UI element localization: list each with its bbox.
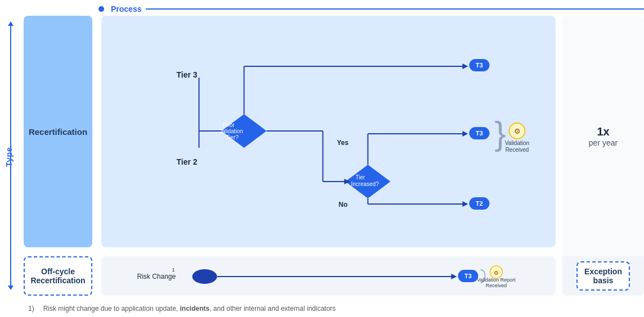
- footnote: 1) Risk might change due to application …: [0, 298, 644, 317]
- svg-text:T3: T3: [464, 273, 472, 279]
- process-label: Process: [111, 4, 141, 13]
- svg-text:Prior: Prior: [223, 122, 235, 128]
- svg-text:Tier: Tier: [356, 174, 366, 180]
- risk-change-text: Risk Change: [137, 273, 176, 280]
- sidebar: Recertification Off-cycleRecertification: [21, 16, 95, 296]
- svg-text:Received: Received: [486, 283, 507, 288]
- risk-change-arrow: [451, 274, 457, 279]
- freq-top-section: 1x per year: [562, 16, 644, 256]
- freq-bottom-section: Exceptionbasis: [562, 256, 644, 296]
- svg-text:Validation Report: Validation Report: [477, 277, 516, 283]
- process-arrow: Process: [99, 4, 644, 13]
- flow-top-area: Tier 3 Tier 2 Prior Validation Tier?: [101, 16, 556, 247]
- yes-label: Yes: [337, 139, 349, 147]
- recertification-box: Recertification: [24, 16, 92, 247]
- right-panel: 1x per year Exceptionbasis: [562, 16, 644, 296]
- type-column: Type: [0, 16, 21, 296]
- svg-text:Validation: Validation: [219, 128, 243, 134]
- svg-text:Tier?: Tier?: [226, 134, 239, 141]
- process-line: [146, 8, 644, 10]
- process-arrow-start: [99, 6, 104, 12]
- svg-text:⚙: ⚙: [514, 127, 521, 135]
- svg-text:Validation: Validation: [505, 140, 529, 146]
- no-label: No: [339, 201, 348, 209]
- recertification-label: Recertification: [29, 127, 87, 137]
- risk-change-oval: [193, 269, 217, 284]
- arrow-top-right: [463, 64, 468, 69]
- svg-text:T3: T3: [476, 130, 483, 137]
- tier3-text: Tier 3: [177, 70, 198, 79]
- arrow-no-right: [463, 201, 468, 207]
- flow-bottom-svg: Risk Change 1 T3 ⚙ Val: [110, 256, 547, 296]
- svg-text:Increased?: Increased?: [351, 181, 379, 187]
- main-container: Process Freq. Type Recertification: [0, 0, 644, 317]
- exception-label: Exceptionbasis: [584, 267, 622, 285]
- offcycle-box: Off-cycleRecertification: [24, 256, 92, 296]
- type-label: Type: [5, 147, 14, 167]
- type-arrow-down: [8, 286, 14, 290]
- footnote-text: Risk might change due to application upd…: [43, 305, 336, 313]
- freq-per-year: per year: [589, 138, 618, 147]
- exception-box: Exceptionbasis: [576, 261, 630, 291]
- svg-text:}: }: [495, 115, 506, 152]
- svg-text:Received: Received: [506, 147, 529, 153]
- footnote-number: 1): [28, 305, 34, 313]
- arrow-yes-right: [463, 131, 468, 137]
- type-arrow-up: [8, 21, 14, 26]
- svg-text:⚙: ⚙: [494, 270, 499, 276]
- svg-text:T3: T3: [476, 62, 483, 69]
- flow-bottom-area: Risk Change 1 T3 ⚙ Val: [101, 256, 556, 296]
- tier2-text: Tier 2: [177, 157, 198, 166]
- flow-area: Tier 3 Tier 2 Prior Validation Tier?: [95, 16, 558, 296]
- svg-text:1: 1: [172, 267, 175, 273]
- svg-text:T2: T2: [476, 200, 483, 207]
- freq-value: 1x: [597, 125, 609, 138]
- offcycle-label: Off-cycleRecertification: [30, 267, 85, 285]
- flow-diagram-svg: Tier 3 Tier 2 Prior Validation Tier?: [107, 24, 550, 215]
